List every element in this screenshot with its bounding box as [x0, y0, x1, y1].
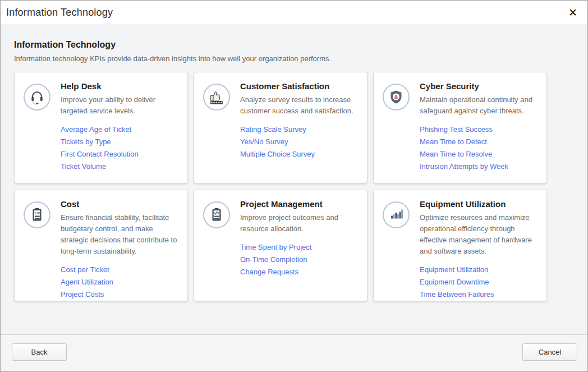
information-technology-dialog: Information Technology ✕ Information Tec…	[0, 0, 588, 372]
card-description: Ensure financial stability, facilitate b…	[61, 212, 181, 257]
kpi-link[interactable]: Equipment Downtime	[420, 277, 540, 287]
dialog-titlebar: Information Technology ✕	[1, 1, 587, 24]
back-button[interactable]: Back	[12, 343, 67, 361]
card-title: Equipment Utilization	[420, 198, 540, 210]
kpi-link[interactable]: Tickets by Type	[61, 136, 181, 147]
kpi-link[interactable]: Multiple Choice Survey	[240, 149, 360, 159]
kpi-link[interactable]: Average Age of Ticket	[61, 124, 181, 135]
card-links: Equipment UtilizationEquipment DowntimeT…	[420, 264, 540, 300]
card-links: Phishing Test SuccessMean Time to Detect…	[420, 124, 540, 172]
kpi-link[interactable]: Yes/No Survey	[240, 136, 360, 147]
dialog-footer: Back Cancel	[1, 334, 587, 371]
kpi-link[interactable]: Phishing Test Success	[420, 124, 540, 135]
card-title: Project Management	[240, 198, 360, 210]
kpi-link[interactable]: Mean Time to Detect	[420, 136, 540, 147]
cost-clipboard-icon: $	[24, 201, 50, 228]
card-title: Cost	[61, 198, 181, 210]
kpi-card: Cyber Security Maintain operational cont…	[373, 72, 547, 183]
card-links: Time Spent by ProjectOn-Time CompletionC…	[240, 242, 360, 277]
kpi-link[interactable]: Time Spent by Project	[240, 242, 360, 252]
card-description: Improve project outcomes and resource al…	[240, 212, 360, 235]
kpi-card: $ Cost Ensure financial stability, facil…	[14, 190, 188, 301]
close-button[interactable]: ✕	[566, 6, 580, 19]
kpi-link[interactable]: Agent Utilization	[61, 277, 181, 287]
kpi-link[interactable]: Change Requests	[240, 267, 360, 277]
kpi-cards-grid: Help Desk Improve your ability to delive…	[14, 72, 574, 301]
kpi-card: Project Management Improve project outco…	[194, 190, 368, 301]
kpi-link[interactable]: First Contact Resolution	[61, 149, 181, 159]
svg-text:★★★★★: ★★★★★	[210, 101, 223, 104]
kpi-card: Help Desk Improve your ability to delive…	[14, 72, 188, 183]
kpi-link[interactable]: Project Costs	[61, 289, 181, 300]
card-description: Analyze survey results to increase custo…	[240, 94, 360, 117]
dialog-title: Information Technology	[6, 7, 113, 19]
card-title: Customer Satisfaction	[240, 80, 360, 93]
kpi-link[interactable]: Mean Time to Resolve	[420, 149, 540, 159]
bar-chart-icon	[383, 201, 410, 228]
kpi-card: Equipment Utilization Optimize resources…	[373, 190, 547, 301]
shield-lock-icon	[383, 84, 410, 111]
card-links: Rating Scale SurveyYes/No SurveyMultiple…	[240, 124, 360, 159]
card-description: Optimize resources and maximize operatio…	[420, 212, 540, 257]
cancel-button[interactable]: Cancel	[522, 343, 577, 361]
checklist-clipboard-icon	[203, 201, 230, 228]
kpi-link[interactable]: Ticket Volume	[61, 161, 181, 172]
card-links: Average Age of TicketTickets by TypeFirs…	[61, 124, 181, 172]
card-description: Maintain operational continuity and safe…	[420, 94, 540, 117]
dialog-body: Information Technology Information techn…	[1, 24, 587, 301]
section-subtitle: Information technology KPIs provide data…	[14, 54, 574, 63]
card-title: Help Desk	[61, 80, 181, 93]
kpi-link[interactable]: Cost per Ticket	[61, 264, 181, 275]
card-title: Cyber Security	[420, 80, 540, 93]
kpi-link[interactable]: Equipment Utilization	[420, 264, 540, 275]
card-description: Improve your ability to deliver targeted…	[61, 94, 181, 117]
section-title: Information Technology	[14, 40, 574, 50]
thumbs-up-rating-icon: ★★★★★	[203, 84, 230, 111]
kpi-link[interactable]: Rating Scale Survey	[240, 124, 360, 135]
svg-text:$: $	[35, 211, 37, 215]
close-icon: ✕	[568, 6, 577, 19]
kpi-link[interactable]: Intrusion Attempts by Week	[420, 161, 540, 172]
card-links: Cost per TicketAgent UtilizationProject …	[61, 264, 181, 300]
headset-icon	[24, 84, 50, 111]
kpi-card: ★★★★★ Customer Satisfaction Analyze surv…	[194, 72, 368, 183]
kpi-link[interactable]: Time Between Failures	[420, 289, 540, 300]
kpi-link[interactable]: On-Time Completion	[240, 254, 360, 265]
